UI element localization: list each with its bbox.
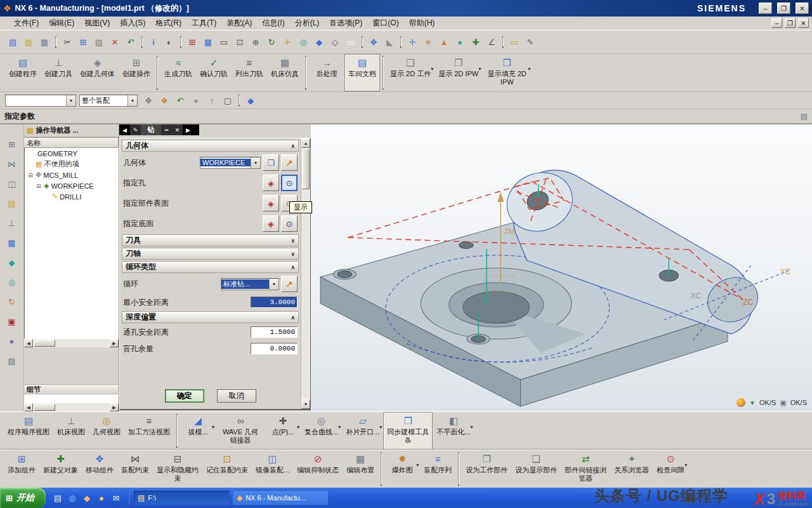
scroll-left-icon[interactable]: ◀ <box>24 339 33 347</box>
angle-icon[interactable]: ∠ <box>484 34 499 50</box>
hd3d-tools-icon[interactable]: ◆ <box>4 255 20 269</box>
create-program-button[interactable]: ▤ 创建程序 ▾ <box>5 54 41 91</box>
depth-offset-section-header[interactable]: 深度偏置 ∧ <box>122 311 299 323</box>
dropdown-icon[interactable]: ▼ <box>128 95 137 106</box>
quick-media-icon[interactable]: ● <box>95 491 108 504</box>
cycle-combo[interactable]: 标准钻... ▼ <box>221 278 279 290</box>
doc-minimize-button[interactable]: – <box>771 18 782 28</box>
exploded-views-button[interactable]: ✸ 爆炸图 ▾ <box>384 450 420 488</box>
datum-plane-icon[interactable]: ◣ <box>382 34 397 50</box>
create-geometry-button[interactable]: ◈ 创建几何体 ▾ <box>76 54 119 91</box>
cycle-type-section-header[interactable]: 循环类型 ∧ <box>122 261 299 273</box>
show-2d-ipw-button[interactable]: ❐ 显示 2D IPW ▾ <box>435 54 482 91</box>
machine-simulation-button[interactable]: ▦ 机床仿真 ▾ <box>267 54 303 91</box>
dropdown-arrow-icon[interactable]: ▾ <box>212 424 214 430</box>
edit-geometry-wrench-button[interactable]: ↗ <box>281 154 298 171</box>
assembly-navigator-icon[interactable]: ⊞ <box>4 137 20 151</box>
back-icon[interactable]: ↶ <box>173 93 188 108</box>
machine-navigator-icon[interactable]: ⊥ <box>4 216 20 230</box>
rotate-icon[interactable]: ◎ <box>296 34 311 50</box>
copy-icon[interactable]: ⊞ <box>75 34 91 50</box>
minimize-button[interactable]: – <box>759 3 772 14</box>
verify-toolpath-button[interactable]: ✓ 确认刀轨 ▾ <box>196 54 232 91</box>
tree-row-mcs-mill[interactable]: ⊟ ✥ MCS_MILL <box>25 170 119 180</box>
dialog-back-icon[interactable]: ◀ <box>119 124 130 135</box>
new-geometry-button[interactable]: ❒ <box>263 154 279 171</box>
list-toolpath-button[interactable]: ≡ 列出刀轨 ▾ <box>232 54 267 91</box>
sphere-select-icon[interactable]: ● <box>188 93 204 108</box>
3d-viewport-canvas[interactable]: ZM XC YC ZC <box>311 124 812 411</box>
menu-item[interactable]: 分析(L) <box>290 16 325 30</box>
history-icon[interactable]: ↻ <box>4 295 20 309</box>
restore-button[interactable]: ❐ <box>777 3 790 14</box>
globe-icon[interactable] <box>737 398 745 407</box>
open-file-icon[interactable]: ▥ <box>21 34 36 50</box>
menu-item[interactable]: 首选项(P) <box>324 16 367 30</box>
pan-icon[interactable]: ✛ <box>280 34 295 50</box>
reuse-library-icon[interactable]: ▦ <box>4 236 20 250</box>
composite-curve-button[interactable]: ◎ 复合曲线... ▾ <box>301 412 342 450</box>
tree-row-workpiece[interactable]: ⊟ ◈ WORKPIECE <box>25 180 119 191</box>
scroll-right-icon[interactable]: ▶ <box>110 403 119 411</box>
edit-cycle-wrench-button[interactable]: ↗ <box>281 276 298 292</box>
dropdown-arrow-icon[interactable]: ▾ <box>297 424 299 430</box>
select-part-surface-button[interactable]: ◈ <box>263 195 279 211</box>
synchronous-modeling-toolbar-button[interactable]: ❒ 同步建模工具条 ▾ <box>383 412 433 450</box>
blind-stock-input[interactable] <box>251 343 298 354</box>
machining-method-view-button[interactable]: ≡ 加工方法视图 ▾ <box>124 412 174 450</box>
grid-icon[interactable]: ⊞ <box>185 34 200 50</box>
rectangle-select-icon[interactable]: ▢ <box>220 93 235 108</box>
point-constructor-icon[interactable]: ✳ <box>421 34 436 50</box>
shaded-view-icon[interactable]: ◆ <box>311 34 327 50</box>
graphics-window[interactable]: ZM XC YC ZC ▼ OK <box>311 124 812 411</box>
select-hole-button[interactable]: ◈ <box>263 175 279 191</box>
new-file-icon[interactable]: ▤ <box>5 34 20 50</box>
collapse-icon[interactable]: ∧ <box>291 264 295 271</box>
expand-icon[interactable]: ⊟ <box>36 183 42 189</box>
background-swatch[interactable]: ▭ <box>343 34 358 50</box>
dropdown-arrow-icon[interactable]: ▾ <box>431 66 433 72</box>
part-navigator-icon[interactable]: ◫ <box>4 177 20 190</box>
point-button[interactable]: ✚ 点(P)... ▾ <box>265 412 301 450</box>
generate-toolpath-button[interactable]: ≈ 生成刀轨 ▾ <box>160 54 196 91</box>
annotate-icon[interactable]: ✎ <box>523 34 538 50</box>
dropdown-arrow-icon[interactable]: ▾ <box>684 462 687 468</box>
web-browser-icon[interactable]: ◎ <box>4 275 20 289</box>
geometry-section-header[interactable]: 几何体 ∧ <box>122 140 299 152</box>
window-icon[interactable]: ▭ <box>216 34 232 50</box>
cue-clipboard-icon[interactable]: ▤ <box>801 112 808 121</box>
operation-navigator-icon[interactable]: ▤ <box>4 196 20 210</box>
collapse-icon[interactable]: ∧ <box>291 314 295 321</box>
dropdown-icon[interactable]: ▼ <box>66 95 75 106</box>
relations-browser-button[interactable]: ✦ 关系浏览器 ▾ <box>610 450 653 488</box>
info-icon[interactable]: i <box>146 34 161 50</box>
edit-arrangement-button[interactable]: ▦ 编辑布置 ▾ <box>343 450 378 488</box>
shop-documentation-button[interactable]: ▤ 车间文档 ▾ <box>344 54 380 91</box>
dropdown-icon[interactable]: ▼ <box>251 157 260 168</box>
tool-section-header[interactable]: 刀具 ∨ <box>122 234 299 246</box>
roles-icon[interactable]: ● <box>4 334 20 348</box>
dropdown-arrow-icon[interactable]: ▾ <box>379 424 382 430</box>
doc-close-button[interactable]: ✕ <box>798 18 809 28</box>
move-object-icon[interactable]: ✥ <box>366 34 381 50</box>
save-icon[interactable]: ▦ <box>37 34 52 50</box>
tree-row-drilling[interactable]: ✎ DRILLI <box>25 191 119 202</box>
collapse-icon[interactable]: ∨ <box>291 237 295 244</box>
make-work-part-button[interactable]: ❐ 设为工作部件 ▾ <box>462 450 511 488</box>
wireframe-view-icon[interactable]: ◇ <box>327 34 343 50</box>
quick-desktop-icon[interactable]: ▤ <box>51 491 64 504</box>
menu-item[interactable]: 工具(T) <box>187 16 221 30</box>
taskbar-window-nx[interactable]: ◆ NX 6 - Manufactu... <box>232 490 329 505</box>
assembly-constraints-button[interactable]: ⋈ 装配约束 ▾ <box>117 450 153 488</box>
geometry-combo[interactable]: WORKPIECE ▼ <box>200 157 261 169</box>
dropdown-arrow-icon[interactable]: ▾ <box>338 424 341 430</box>
tree-row-geometry[interactable]: GEOMETRY <box>25 148 119 159</box>
undo-icon[interactable]: ↶ <box>123 34 138 50</box>
menu-item[interactable]: 信息(I) <box>257 16 289 30</box>
edit-suppression-button[interactable]: ⊘ 编辑抑制状态 ▾ <box>293 450 343 488</box>
hole-flashlight-button[interactable]: ⊙ <box>281 175 298 191</box>
show-2d-workpiece-button[interactable]: ❏ 显示 2D 工件 ▾ <box>386 54 435 91</box>
taskbar-window-fdrive[interactable]: ▤ F:\ <box>133 490 230 505</box>
dropdown-arrow-icon[interactable]: ▾ <box>478 66 481 72</box>
column-header-name[interactable]: 名称 <box>24 137 119 148</box>
